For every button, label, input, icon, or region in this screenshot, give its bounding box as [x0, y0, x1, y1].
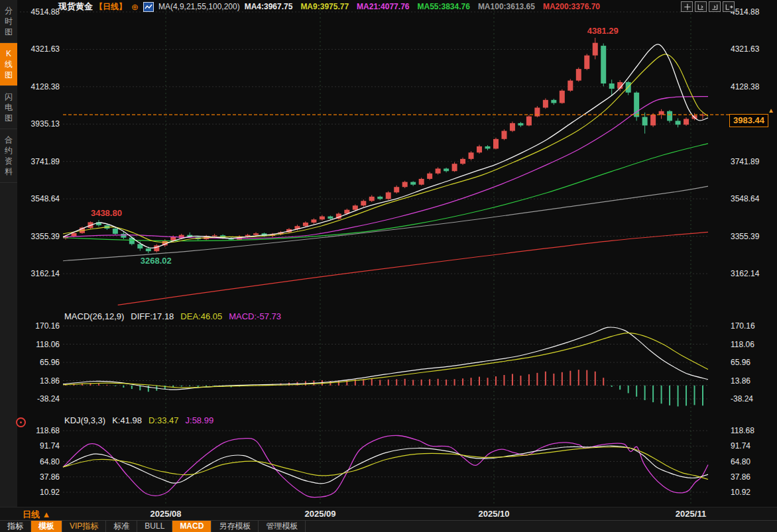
price-tick-right: 4321.63 [731, 44, 774, 54]
kdj-d-value: D:33.47 [149, 415, 179, 425]
bottom-tab[interactable]: 标准 [106, 521, 137, 532]
macd-panel-header: MACD(26,12,9) DIFF:17.18 DEA:46.05 MACD:… [64, 311, 281, 321]
ma-values: MA4:3967.75MA9:3975.77MA21:4077.76MA55:3… [245, 2, 600, 11]
indicator-dot-icon[interactable] [16, 417, 26, 427]
ma-value: MA200:3376.70 [543, 2, 600, 11]
kdj-tick-right: 91.74 [731, 441, 774, 451]
header-toolbar [681, 1, 735, 12]
price-tick-left: 4321.63 [20, 44, 60, 54]
axis-left-icon[interactable] [695, 1, 707, 12]
bottom-tab[interactable]: 模板 [31, 521, 62, 532]
price-tick-right: 3162.14 [731, 269, 774, 278]
axis-right-icon[interactable] [709, 1, 721, 12]
period-tag: 【日线】 [95, 1, 127, 13]
pop-out-icon[interactable] [723, 1, 735, 12]
sidebar-item-char: 图 [5, 27, 13, 36]
macd-name: MACD(26,12,9) [64, 311, 124, 321]
bottom-tab[interactable]: 另存模板 [211, 521, 259, 532]
sidebar-item-char: 图 [5, 113, 13, 123]
ma-value: MA100:3613.65 [478, 2, 535, 11]
sidebar-item-char: 线 [5, 60, 13, 69]
bottom-tab[interactable]: VIP指标 [62, 521, 106, 532]
mini-chart-icon[interactable] [143, 2, 154, 12]
sidebar-item-char: 闪 [5, 92, 13, 101]
price-tick-left: 3355.39 [20, 232, 60, 241]
macd-tick-left: 170.16 [20, 321, 60, 331]
price-tick-right: 3355.39 [731, 232, 774, 241]
bottom-tab[interactable]: MACD [172, 521, 211, 532]
bottom-tab-bar: 指标模板VIP指标标准BULLMACD另存模板管理模板 [0, 520, 777, 532]
crosshair-icon[interactable] [681, 1, 693, 12]
kdj-tick-left: 118.68 [20, 426, 60, 435]
sidebar-item-char: K [6, 49, 11, 58]
kdj-tick-left: 37.86 [20, 472, 60, 482]
ma-value: MA9:3975.77 [300, 2, 349, 11]
chart-header: 现货黄金 【日线】 ⊕ MA(4,9,21,55,100,200) MA4:39… [58, 1, 600, 13]
ma-value: MA21:4077.76 [357, 2, 409, 11]
price-tick-right: 3548.64 [731, 194, 774, 203]
x-axis-label: 2025/09 [305, 509, 336, 519]
price-tick-left: 3548.64 [20, 194, 60, 203]
price-tick-left: 3935.13 [20, 119, 60, 129]
x-axis-label: 2025/10 [479, 509, 510, 519]
ma-summary: MA(4,9,21,55,100,200) [158, 2, 240, 11]
sidebar-item-tab[interactable]: 闪电图 [0, 86, 17, 129]
kdj-panel-header: KDJ(9,3,3) K:41.98 D:33.47 J:58.99 [64, 415, 213, 425]
kdj-tick-right: 10.92 [731, 488, 774, 497]
sidebar-item-char: 分 [5, 6, 13, 15]
macd-tick-left: -38.24 [20, 394, 60, 403]
add-compare-icon[interactable]: ⊕ [131, 2, 139, 12]
sidebar-item-tab[interactable]: 分时图 [0, 0, 17, 43]
sidebar-item-tab[interactable]: 合约资料 [0, 129, 17, 183]
kdj-name: KDJ(9,3,3) [64, 415, 105, 425]
last-price-label: 3983.44 [729, 114, 768, 127]
kdj-tick-left: 64.80 [20, 457, 60, 466]
macd-tick-right: -38.24 [731, 394, 774, 403]
chart-type-sidebar: 分时图K线图闪电图合约资料 [0, 0, 17, 507]
x-axis-row: 日线 ▲ 2025/082025/092025/102025/11 [0, 507, 777, 521]
ma-value: MA4:3967.75 [245, 2, 293, 11]
ma-value: MA55:3834.76 [417, 2, 469, 11]
symbol-name: 现货黄金 [58, 1, 93, 13]
macd-tick-right: 13.86 [731, 376, 774, 386]
chart-canvas[interactable] [0, 0, 777, 532]
macd-tick-left: 118.06 [20, 340, 60, 349]
price-annotation: 3438.80 [91, 208, 122, 218]
bottom-tab[interactable]: 管理模板 [259, 521, 306, 532]
macd-dea-value: DEA:46.05 [180, 311, 222, 321]
period-selector[interactable]: 日线 ▲ [23, 509, 50, 521]
app-root: 分时图K线图闪电图合约资料 现货黄金 【日线】 ⊕ MA(4,9,21,55,1… [0, 0, 777, 532]
price-tick-right: 3741.89 [731, 157, 774, 166]
macd-tick-right: 65.96 [731, 358, 774, 367]
price-tick-left: 4514.88 [20, 7, 60, 17]
kdj-j-value: J:58.99 [186, 415, 214, 425]
sidebar-item-char: 图 [5, 70, 13, 80]
x-axis-label: 2025/11 [676, 509, 706, 519]
bottom-tab[interactable]: 指标 [0, 521, 31, 532]
macd-tick-right: 170.16 [731, 321, 774, 331]
price-tick-right: 4128.38 [731, 82, 774, 91]
macd-tick-left: 65.96 [20, 358, 60, 367]
macd-tick-right: 118.06 [731, 340, 774, 349]
price-alert-icon[interactable]: ▲ [768, 107, 774, 114]
macd-diff-value: DIFF:17.18 [131, 311, 174, 321]
price-tick-left: 3741.89 [20, 157, 60, 166]
macd-tick-left: 13.86 [20, 376, 60, 386]
kdj-tick-right: 118.68 [731, 426, 774, 435]
bottom-tab[interactable]: BULL [137, 521, 172, 532]
sidebar-item-char: 时 [5, 17, 13, 26]
kdj-tick-right: 64.80 [731, 457, 774, 466]
sidebar-item-active[interactable]: K线图 [0, 43, 17, 86]
kdj-tick-right: 37.86 [731, 472, 774, 482]
kdj-k-value: K:41.98 [112, 415, 142, 425]
sidebar-item-char: 电 [5, 103, 13, 112]
sidebar-item-char: 料 [5, 167, 13, 176]
x-axis-label: 2025/08 [150, 509, 182, 519]
price-annotation: 3268.02 [141, 256, 172, 266]
kdj-tick-left: 91.74 [20, 441, 60, 451]
sidebar-item-char: 合 [5, 135, 13, 144]
price-tick-left: 4128.38 [20, 82, 60, 91]
price-tick-left: 3162.14 [20, 269, 60, 278]
kdj-tick-left: 10.92 [20, 488, 60, 497]
price-tick-right: 4514.88 [731, 7, 774, 17]
